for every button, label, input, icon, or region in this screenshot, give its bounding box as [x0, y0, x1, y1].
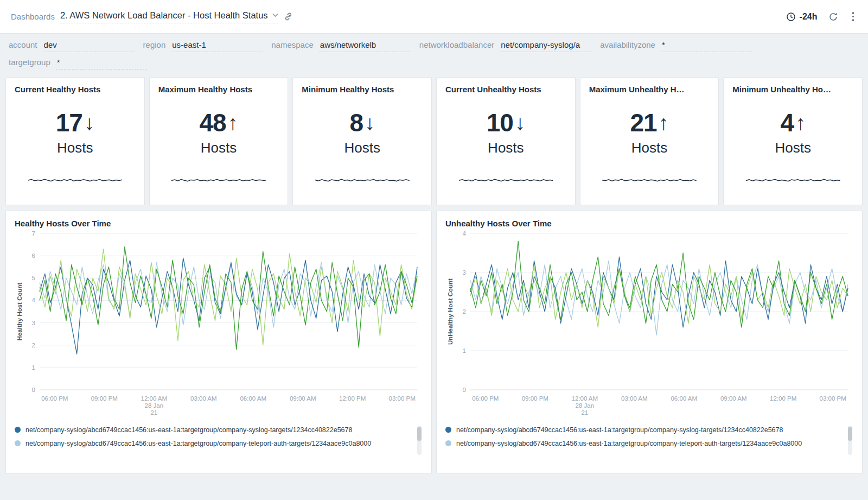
stat-title: Minimum Unhealthy Ho… — [732, 85, 853, 94]
legend-dot — [445, 427, 451, 433]
stat-value: 8 — [349, 108, 363, 137]
chart-title: Unhealthy Hosts Over Time — [445, 219, 853, 228]
unhealthy-hosts-panel: Unhealthy Hosts Over Time 0123406:00 PM0… — [436, 211, 863, 474]
filter-availabilityzone-value[interactable]: * — [661, 40, 752, 52]
healthy-hosts-line-chart[interactable]: 0123456706:00 PM09:00 PM12:00 AM28 Jan21… — [15, 229, 423, 420]
trend-up-icon: ↑ — [795, 112, 806, 133]
svg-text:5: 5 — [32, 275, 35, 281]
legend-label: net/company-syslog/abcd6749ccac1456:us-e… — [25, 426, 352, 434]
dashboard-title-dropdown[interactable]: 2. AWS Network Load Balancer - Host Heal… — [60, 10, 278, 23]
filter-targetgroup: targetgroup * — [9, 58, 147, 69]
legend-item[interactable]: net/company-syslog/abcd6749ccac1456:us-e… — [445, 438, 812, 449]
stat-unit: Hosts — [488, 140, 524, 156]
stat-title: Minimum Healthy Hosts — [302, 85, 423, 94]
stat-panel-max-unhealthy: Maximum Unhealthy H… 21 ↑ Hosts — [580, 77, 719, 205]
kebab-menu-icon[interactable] — [849, 10, 858, 23]
svg-text:03:00 PM: 03:00 PM — [389, 395, 416, 402]
legend-item[interactable]: net/company-syslog/abcd6749ccac1456:us-e… — [15, 438, 381, 449]
refresh-icon[interactable] — [828, 12, 838, 22]
share-link-icon[interactable] — [284, 12, 293, 21]
stat-unit: Hosts — [631, 140, 667, 156]
svg-text:12:00 AM28 Jan21: 12:00 AM28 Jan21 — [572, 395, 598, 416]
filter-availabilityzone: availabilityzone * — [600, 40, 752, 52]
stat-title: Maximum Healthy Hosts — [158, 85, 279, 94]
svg-text:06:00 PM: 06:00 PM — [472, 395, 499, 402]
clock-icon — [786, 12, 796, 22]
stat-panel-max-healthy: Maximum Healthy Hosts 48 ↑ Hosts — [149, 77, 289, 205]
sparkline — [746, 176, 840, 185]
svg-text:03:00 AM: 03:00 AM — [190, 395, 217, 402]
stat-value: 4 — [780, 108, 794, 137]
svg-text:06:00 AM: 06:00 AM — [240, 395, 266, 402]
breadcrumb[interactable]: Dashboards — [11, 12, 55, 21]
legend-scrollbar[interactable] — [417, 426, 422, 455]
svg-text:7: 7 — [32, 230, 35, 237]
page-title: 2. AWS Network Load Balancer - Host Heal… — [60, 10, 268, 21]
svg-text:0: 0 — [32, 387, 35, 393]
chart-legend: net/company-syslog/abcd6749ccac1456:us-e… — [445, 425, 853, 456]
stat-title: Current Unhealthy Hosts — [445, 85, 566, 94]
filter-account-value[interactable]: dev — [43, 40, 134, 52]
filter-region-label: region — [143, 40, 166, 49]
filter-targetgroup-label: targetgroup — [9, 58, 50, 67]
legend-dot — [15, 440, 21, 446]
stat-unit: Hosts — [775, 140, 810, 156]
legend-item[interactable]: net/company-syslog/abcd6749ccac1456:us-e… — [15, 425, 381, 435]
legend-item[interactable]: net/company-syslog/abcd6749ccac1456:us-e… — [445, 425, 812, 435]
filter-availabilityzone-label: availabilityzone — [600, 40, 655, 49]
healthy-hosts-panel: Healthy Hosts Over Time 0123456706:00 PM… — [5, 211, 432, 474]
sparkline — [315, 176, 410, 185]
time-range-selector[interactable]: -24h — [786, 12, 818, 22]
unhealthy-hosts-line-chart[interactable]: 0123406:00 PM09:00 PM12:00 AM28 Jan2103:… — [445, 229, 853, 420]
stat-panel-current-healthy: Current Healthy Hosts 17 ↓ Hosts — [5, 77, 145, 205]
filter-networkloadbalancer-value[interactable]: net/company-syslog/a — [500, 40, 591, 52]
sparkline — [459, 176, 553, 185]
stat-panel-current-unhealthy: Current Unhealthy Hosts 10 ↓ Hosts — [436, 77, 576, 205]
filter-namespace-value[interactable]: aws/networkelb — [319, 40, 410, 52]
svg-text:0: 0 — [463, 387, 466, 393]
svg-text:09:00 PM: 09:00 PM — [91, 395, 118, 402]
svg-text:09:00 AM: 09:00 AM — [720, 395, 747, 402]
legend-scrollbar-thumb[interactable] — [417, 427, 422, 441]
stat-panel-min-healthy: Minimum Healthy Hosts 8 ↓ Hosts — [292, 77, 432, 205]
svg-text:03:00 PM: 03:00 PM — [820, 395, 846, 402]
svg-text:6: 6 — [32, 252, 35, 259]
top-bar: Dashboards 2. AWS Network Load Balancer … — [0, 0, 868, 34]
svg-text:2: 2 — [32, 342, 35, 349]
trend-up-icon: ↑ — [228, 112, 238, 133]
filter-targetgroup-value[interactable]: * — [56, 58, 147, 69]
sparkline — [171, 176, 266, 185]
trend-down-icon: ↓ — [365, 112, 375, 133]
chart-title: Healthy Hosts Over Time — [15, 219, 423, 228]
svg-text:06:00 AM: 06:00 AM — [671, 395, 697, 402]
stat-unit: Hosts — [344, 140, 380, 156]
filter-namespace-label: namespace — [271, 40, 314, 49]
filter-networkloadbalancer: networkloadbalancer net/company-syslog/a — [419, 40, 591, 52]
svg-text:09:00 AM: 09:00 AM — [290, 395, 316, 402]
stat-title: Maximum Unhealthy H… — [589, 85, 710, 94]
stat-unit: Hosts — [57, 140, 93, 156]
filter-namespace: namespace aws/networkelb — [271, 40, 410, 52]
chevron-down-icon — [272, 13, 278, 17]
stat-panels-row: Current Healthy Hosts 17 ↓ Hosts Maximum… — [0, 77, 868, 205]
svg-text:1: 1 — [32, 364, 35, 371]
filter-region: region us-east-1 — [143, 40, 263, 52]
legend-dot — [445, 440, 451, 446]
legend-label: net/company-syslog/abcd6749ccac1456:us-e… — [25, 440, 371, 447]
chart-legend: net/company-syslog/abcd6749ccac1456:us-e… — [15, 425, 423, 456]
time-range-label: -24h — [800, 12, 818, 22]
stat-value: 21 — [630, 108, 656, 137]
filter-region-value[interactable]: us-east-1 — [171, 40, 262, 52]
charts-row: Healthy Hosts Over Time 0123456706:00 PM… — [0, 211, 868, 474]
stat-value: 17 — [56, 108, 82, 137]
filter-account-label: account — [9, 40, 37, 49]
svg-text:3: 3 — [32, 320, 35, 326]
legend-label: net/company-syslog/abcd6749ccac1456:us-e… — [456, 440, 802, 447]
trend-down-icon: ↓ — [84, 112, 94, 133]
legend-scrollbar[interactable] — [848, 426, 852, 455]
stat-unit: Hosts — [201, 140, 237, 156]
svg-text:UnHealthy Host Count: UnHealthy Host Count — [447, 279, 454, 345]
svg-text:4: 4 — [32, 297, 36, 303]
legend-scrollbar-thumb[interactable] — [848, 427, 852, 441]
trend-up-icon: ↑ — [659, 112, 669, 133]
